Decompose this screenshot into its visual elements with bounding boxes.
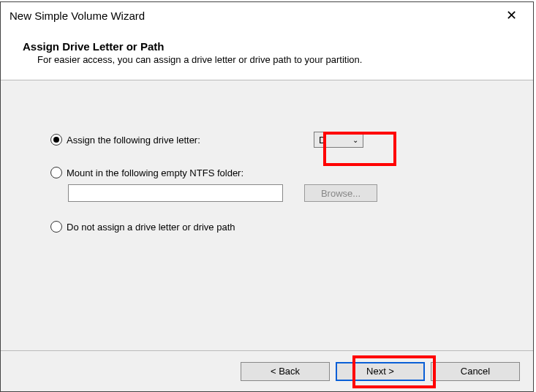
no-assign-label: Do not assign a drive letter or drive pa… (67, 222, 235, 233)
radio-selected-dot (53, 137, 59, 143)
mount-folder-input-row: Browse... (50, 184, 483, 202)
radio-mount-folder[interactable] (50, 167, 62, 178)
assign-letter-label: Assign the following drive letter: (67, 135, 200, 146)
option-mount-folder-row: Mount in the following empty NTFS folder… (50, 167, 483, 178)
option-no-assign-row: Do not assign a drive letter or drive pa… (50, 221, 483, 233)
chevron-down-icon: ⌄ (352, 136, 358, 144)
close-icon[interactable]: ✕ (499, 3, 524, 28)
mount-folder-label: Mount in the following empty NTFS folder… (67, 167, 244, 178)
option-assign-letter-row: Assign the following drive letter: D ⌄ (50, 132, 483, 148)
header-section: Assign Drive Letter or Path For easier a… (1, 29, 533, 80)
page-subtitle: For easier access, you can assign a driv… (37, 54, 507, 65)
mount-path-input[interactable] (68, 184, 283, 202)
radio-assign-letter[interactable] (50, 134, 62, 146)
footer-bar: < Back Next > Cancel (1, 350, 533, 391)
next-button[interactable]: Next > (336, 362, 425, 381)
browse-button[interactable]: Browse... (304, 184, 377, 202)
wizard-window: New Simple Volume Wizard ✕ Assign Drive … (0, 1, 534, 392)
drive-letter-select[interactable]: D ⌄ (314, 132, 363, 148)
cancel-button[interactable]: Cancel (431, 362, 520, 381)
page-title: Assign Drive Letter or Path (23, 40, 507, 53)
content-area: Assign the following drive letter: D ⌄ M… (1, 80, 533, 350)
radio-no-assign[interactable] (50, 221, 62, 233)
back-button[interactable]: < Back (241, 362, 330, 381)
title-bar: New Simple Volume Wizard ✕ (1, 2, 533, 29)
window-title: New Simple Volume Wizard (10, 10, 145, 22)
drive-letter-value: D (319, 135, 325, 146)
